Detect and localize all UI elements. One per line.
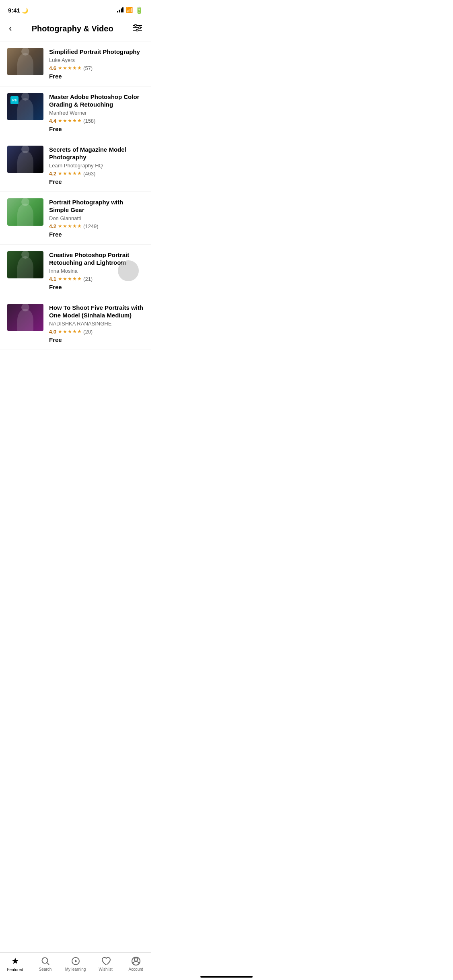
signal-icon: [117, 8, 124, 12]
stars: ★ ★ ★ ★ ★: [58, 65, 82, 71]
status-bar: 9:41 🌙 📶 🔋: [0, 0, 151, 18]
list-item[interactable]: Creative Photoshop Portrait Retouching a…: [0, 245, 151, 297]
back-button[interactable]: ‹: [7, 22, 13, 35]
rating-count: (20): [83, 329, 93, 335]
stars: ★ ★ ★ ★ ★: [58, 223, 82, 229]
svg-point-3: [135, 24, 137, 26]
stars: ★ ★ ★ ★ ★: [58, 276, 82, 282]
course-price: Free: [49, 178, 144, 185]
page-header: ‹ Photography & Video: [0, 18, 151, 41]
course-list: Simplified Portrait Photography Luke Aye…: [0, 41, 151, 386]
list-item[interactable]: Secrets of Magazine Model Photography Le…: [0, 139, 151, 192]
course-author: NADISHKA RANASINGHE: [49, 321, 144, 327]
status-time: 9:41 🌙: [8, 7, 28, 14]
svg-point-5: [136, 29, 138, 31]
course-info: Simplified Portrait Photography Luke Aye…: [49, 48, 144, 80]
course-rating-row: 4.2 ★ ★ ★ ★ ★ (463): [49, 171, 144, 177]
course-title: Portrait Photography with Simple Gear: [49, 198, 144, 214]
list-item[interactable]: Portrait Photography with Simple Gear Do…: [0, 192, 151, 245]
course-info: Secrets of Magazine Model Photography Le…: [49, 146, 144, 185]
course-thumbnail: [7, 146, 43, 173]
course-price: Free: [49, 336, 144, 343]
battery-icon: 🔋: [135, 6, 143, 14]
course-author: Manfred Werner: [49, 110, 144, 116]
course-price: Free: [49, 284, 144, 290]
rating-count: (21): [83, 276, 93, 282]
course-info: Portrait Photography with Simple Gear Do…: [49, 198, 144, 238]
list-item[interactable]: How To Shoot Five Portraits with One Mod…: [0, 297, 151, 350]
course-author: Don Giannatti: [49, 215, 144, 221]
rating-number: 4.0: [49, 329, 56, 335]
course-price: Free: [49, 231, 144, 238]
rating-number: 4.4: [49, 118, 56, 124]
course-author: Learn Photography HQ: [49, 163, 144, 169]
course-thumbnail: Ps: [7, 93, 43, 120]
rating-count: (1249): [83, 223, 99, 229]
svg-point-4: [139, 27, 141, 29]
course-thumbnail: [7, 48, 43, 75]
course-rating-row: 4.0 ★ ★ ★ ★ ★ (20): [49, 329, 144, 335]
course-title: Secrets of Magazine Model Photography: [49, 146, 144, 161]
course-author: Luke Ayers: [49, 57, 144, 63]
list-item[interactable]: Ps Master Adobe Photoshop Color Grading …: [0, 86, 151, 139]
course-title: Master Adobe Photoshop Color Grading & R…: [49, 93, 144, 109]
rating-count: (463): [83, 171, 95, 177]
status-icons: 📶 🔋: [117, 6, 143, 14]
course-info: Master Adobe Photoshop Color Grading & R…: [49, 93, 144, 132]
course-info: How To Shoot Five Portraits with One Mod…: [49, 304, 144, 343]
course-thumbnail: [7, 198, 43, 226]
course-thumbnail: [7, 251, 43, 278]
page-title: Photography & Video: [32, 24, 113, 33]
rating-count: (57): [83, 65, 93, 71]
course-title: Simplified Portrait Photography: [49, 48, 144, 56]
course-thumbnail: [7, 304, 43, 331]
rating-count: (158): [83, 118, 95, 124]
course-rating-row: 4.4 ★ ★ ★ ★ ★ (158): [49, 118, 144, 124]
filter-button[interactable]: [132, 23, 144, 35]
stars: ★ ★ ★ ★ ★: [58, 329, 82, 334]
wifi-icon: 📶: [126, 7, 133, 13]
course-info: Creative Photoshop Portrait Retouching a…: [49, 251, 144, 290]
rating-number: 4.2: [49, 223, 56, 229]
course-rating-row: 4.6 ★ ★ ★ ★ ★ (57): [49, 65, 144, 71]
course-price: Free: [49, 126, 144, 132]
course-title: Creative Photoshop Portrait Retouching a…: [49, 251, 144, 267]
stars: ★ ★ ★ ★ ★: [58, 171, 82, 176]
list-item[interactable]: Simplified Portrait Photography Luke Aye…: [0, 41, 151, 86]
ps-icon: Ps: [10, 96, 19, 104]
rating-number: 4.1: [49, 276, 56, 282]
course-author: Inna Mosina: [49, 268, 144, 274]
course-title: How To Shoot Five Portraits with One Mod…: [49, 304, 144, 319]
course-rating-row: 4.2 ★ ★ ★ ★ ★ (1249): [49, 223, 144, 229]
rating-number: 4.2: [49, 171, 56, 177]
rating-number: 4.6: [49, 65, 56, 71]
stars: ★ ★ ★ ★ ★: [58, 118, 82, 124]
course-price: Free: [49, 73, 144, 80]
course-rating-row: 4.1 ★ ★ ★ ★ ★ (21): [49, 276, 144, 282]
